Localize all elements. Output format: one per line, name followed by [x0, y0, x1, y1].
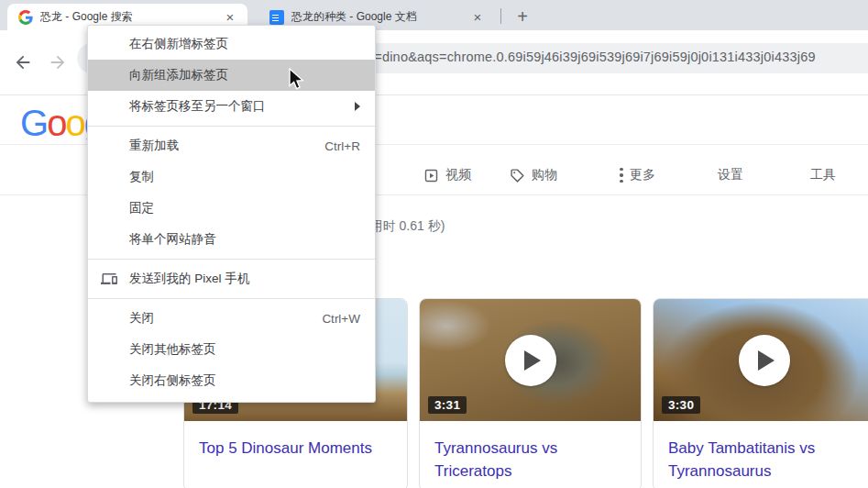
result-stats: (用时 0.61 秒)	[366, 218, 445, 235]
video-card[interactable]: 3:31 Tyrannosaurus vs Triceratops	[419, 298, 642, 488]
nav-label: 购物	[532, 167, 557, 183]
menu-separator	[88, 298, 375, 299]
tab-divider	[500, 8, 501, 24]
logo-letter: G	[20, 103, 47, 143]
menu-item-reload[interactable]: 重新加载 Ctrl+R	[88, 130, 375, 161]
mouse-cursor	[288, 68, 308, 95]
nav-settings[interactable]: 设置	[718, 167, 743, 183]
menu-label: 固定	[129, 200, 154, 216]
menu-item-close-other-tabs[interactable]: 关闭其他标签页	[88, 334, 375, 365]
video-title-link[interactable]: Baby Tambatitanis vs Tyrannosaurus	[654, 421, 868, 482]
nav-label: 设置	[718, 167, 743, 183]
menu-item-add-tab-to-new-group[interactable]: 向新组添加标签页	[88, 60, 375, 91]
video-thumbnail[interactable]: 3:30	[654, 299, 868, 421]
devices-icon	[101, 271, 117, 290]
menu-item-new-tab-to-right[interactable]: 在右侧新增标签页	[88, 28, 375, 60]
forward-button[interactable]	[42, 47, 73, 78]
menu-label: 在右侧新增标签页	[129, 36, 228, 52]
menu-shortcut: Ctrl+R	[324, 139, 360, 153]
nav-label: 更多	[630, 167, 655, 183]
nav-more[interactable]: 更多	[620, 167, 655, 183]
menu-label: 重新加载	[129, 138, 179, 154]
menu-label: 将标签页移至另一个窗口	[129, 98, 266, 115]
nav-tools[interactable]: 工具	[810, 167, 836, 183]
menu-label: 关闭其他标签页	[129, 341, 216, 358]
video-icon	[423, 168, 439, 183]
menu-item-close-tabs-to-right[interactable]: 关闭右侧标签页	[88, 365, 375, 396]
tab-title: 恐龙 - Google 搜索	[40, 9, 222, 25]
nav-label: 视频	[445, 167, 471, 183]
menu-item-send-to-pixel[interactable]: 发送到我的 Pixel 手机	[88, 263, 375, 294]
url-text: q=dino&aqs=chrome.0.69i59j46i39j69i539j6…	[367, 50, 816, 64]
menu-item-duplicate[interactable]: 复制	[88, 161, 375, 193]
google-g-icon	[18, 10, 33, 25]
tab-context-menu: 在右侧新增标签页 向新组添加标签页 将标签页移至另一个窗口 重新加载 Ctrl+…	[87, 25, 376, 403]
play-icon	[739, 335, 790, 386]
google-docs-icon	[269, 10, 284, 25]
logo-letter: o	[65, 103, 83, 143]
video-duration: 3:31	[428, 396, 467, 414]
video-title-link[interactable]: Top 5 Dinosaur Moments	[184, 421, 407, 460]
menu-item-move-tab-to-another-window[interactable]: 将标签页移至另一个窗口	[88, 91, 375, 122]
menu-label: 发送到我的 Pixel 手机	[129, 271, 249, 287]
logo-letter: o	[47, 103, 65, 143]
video-duration: 3:30	[662, 396, 700, 414]
tab-close-icon[interactable]: ×	[469, 9, 486, 26]
tag-icon	[510, 168, 525, 183]
menu-separator	[88, 126, 375, 127]
menu-item-mute-site[interactable]: 将单个网站静音	[88, 224, 375, 255]
menu-label: 向新组添加标签页	[129, 67, 228, 83]
nav-shopping[interactable]: 购物	[510, 167, 557, 183]
nav-label: 工具	[810, 167, 836, 183]
menu-item-close[interactable]: 关闭 Ctrl+W	[88, 303, 375, 334]
menu-label: 复制	[129, 169, 154, 185]
more-icon	[620, 168, 623, 183]
menu-shortcut: Ctrl+W	[322, 312, 360, 326]
video-thumbnail[interactable]: 3:31	[420, 299, 641, 421]
play-icon	[505, 335, 556, 386]
new-tab-button[interactable]: +	[510, 4, 535, 29]
submenu-arrow-icon	[355, 102, 360, 111]
tab-title: 恐龙的种类 - Google 文档	[291, 9, 469, 25]
back-button[interactable]	[7, 47, 38, 78]
nav-videos[interactable]: 视频	[423, 167, 471, 183]
menu-label: 将单个网站静音	[129, 231, 216, 248]
menu-label: 关闭右侧标签页	[129, 372, 216, 389]
menu-item-pin[interactable]: 固定	[88, 193, 375, 224]
tab-close-icon[interactable]: ×	[222, 9, 238, 26]
video-title-link[interactable]: Tyrannosaurus vs Triceratops	[420, 421, 641, 482]
menu-separator	[88, 259, 375, 260]
menu-label: 关闭	[129, 310, 154, 327]
video-card[interactable]: 3:30 Baby Tambatitanis vs Tyrannosaurus	[653, 298, 868, 488]
